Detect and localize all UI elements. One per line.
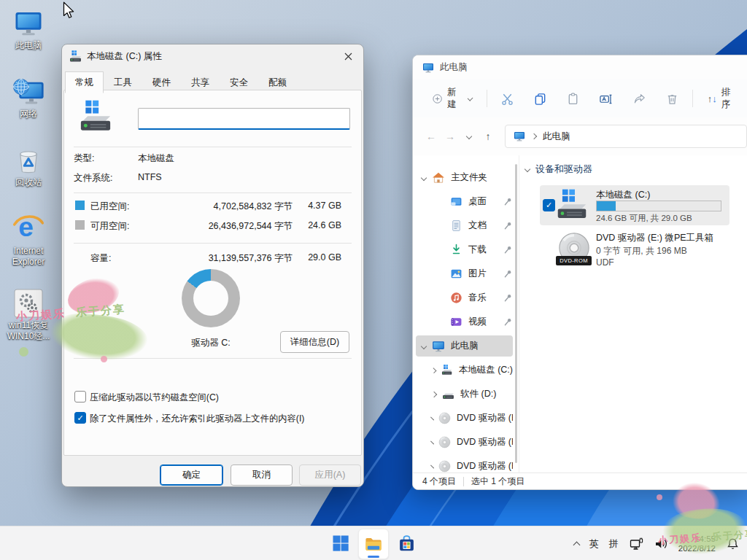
volume-label-input[interactable] [138,108,350,130]
chevron-down-icon[interactable] [421,343,427,349]
notification-bell-button[interactable] [726,537,740,551]
rename-button[interactable] [595,87,617,110]
desktop-icon-network[interactable]: 网络 [0,77,57,120]
tab-hardware[interactable]: 硬件 [142,73,181,93]
tab-security[interactable]: 安全 [220,73,258,93]
pictures-icon [450,268,462,280]
sidebar-item-documents[interactable]: 文档 [416,215,513,236]
disk-usage-donut-chart [182,269,240,327]
used-space-label: 已用空间: [90,201,129,213]
paste-button[interactable] [562,87,584,110]
sidebar-item-downloads[interactable]: 下载 [416,239,513,260]
index-checkbox[interactable]: ✓ [74,412,86,424]
desktop-icon-recycle-bin[interactable]: 回收站 [0,146,57,188]
dvd-icon [438,436,451,448]
gears-icon [14,289,43,318]
dialog-title: 本地磁盘 (C:) 属性 [87,50,162,63]
sidebar-item-music[interactable]: 音乐 [416,287,513,308]
dvd-e-item[interactable]: DVD-ROM DVD 驱动器 (E:) 微PE工具箱 0 字节 可用, 共 1… [540,231,744,272]
delete-button[interactable] [661,87,684,110]
sidebar-item-this-pc[interactable]: 此电脑 [416,335,513,357]
chevron-down-icon[interactable] [421,174,427,180]
recycle-bin-icon [14,146,43,175]
tab-tools[interactable]: 工具 [104,73,142,93]
this-pc-icon [14,9,43,38]
chevron-up-icon [573,541,580,548]
desktop-icon-this-pc[interactable]: 此电脑 [0,9,57,51]
item-checkbox[interactable]: ✓ [543,199,555,211]
tray-date: 2022/8/12 [678,544,716,553]
back-button[interactable]: ← [422,127,441,146]
drive-caption: 24.6 GB 可用, 共 29.0 GB [596,213,692,224]
ok-button[interactable]: 确定 [160,464,223,486]
explorer-window: 此电脑 新建 ↑↓ 排序 ← → ↑ [412,55,747,490]
taskbar-store-button[interactable] [392,529,421,558]
trash-icon [665,92,679,106]
compress-checkbox[interactable] [74,391,86,402]
toolbar-divider [487,90,487,107]
microsoft-store-icon [398,534,416,553]
sidebar-item-local-disk-c[interactable]: 本地磁盘 (C:) [416,359,513,381]
apply-button[interactable]: 应用(A) [299,464,361,486]
sidebar-item-dvd-f[interactable]: DVD 驱动器 (F [416,432,513,453]
sidebar-item-pictures[interactable]: 图片 [416,263,513,284]
group-header-devices[interactable]: 设备和驱动器 [525,163,592,176]
chevron-right-icon[interactable] [431,391,437,397]
this-pc-icon [514,131,525,142]
sidebar-item-home[interactable]: 主文件夹 [416,167,513,188]
taskbar-file-explorer-button[interactable] [358,529,389,559]
tab-quota[interactable]: 配额 [258,73,297,93]
sort-icon: ↑↓ [708,93,717,104]
ime-language-indicator[interactable]: 英 [589,537,599,551]
up-button[interactable]: ↑ [479,127,498,146]
chevron-right-icon[interactable] [430,416,434,420]
selection-count: 选中 1 个项目 [471,475,525,488]
drive-c-item[interactable]: ✓ 本地磁盘 (C:) 24.6 GB 可用, 共 29.0 GB [540,185,729,225]
copy-button[interactable] [529,87,551,110]
folder-icon [364,534,383,553]
clock[interactable]: 14:55 2022/8/12 [678,534,716,553]
explorer-titlebar[interactable]: 此电脑 [413,55,747,79]
sidebar-item-desktop[interactable]: 桌面 [416,191,513,212]
network-tray-button[interactable] [629,537,643,551]
tab-general[interactable]: 常规 [65,71,104,93]
chevron-down-icon [467,96,473,101]
forward-button[interactable]: → [441,127,460,146]
close-button[interactable] [338,47,357,65]
network-icon [629,537,643,551]
tab-sharing[interactable]: 共享 [181,73,220,93]
used-space-swatch [75,201,85,210]
sidebar-item-dvd-e[interactable]: DVD 驱动器 (E [416,408,513,429]
ime-mode-indicator[interactable]: 拼 [609,537,619,551]
new-button[interactable]: 新建 [426,81,478,116]
sidebar-item-drive-d[interactable]: 软件 (D:) [416,384,513,405]
chevron-down-icon [466,133,472,139]
cut-button[interactable] [496,87,519,110]
sort-button[interactable]: ↑↓ 排序 [702,81,743,116]
start-button[interactable] [326,529,355,558]
dialog-titlebar[interactable]: 本地磁盘 (C:) 属性 [62,44,363,68]
sidebar-scrollbar[interactable] [515,164,517,463]
address-bar[interactable]: 此电脑 [505,125,747,148]
desktop-icon-win11-restore[interactable]: win11恢复 WIN10经... [0,289,57,342]
drive-c-icon [556,189,588,221]
copy-icon [533,92,547,106]
cancel-button[interactable]: 取消 [231,464,293,486]
sidebar-item-videos[interactable]: 视频 [416,311,513,332]
share-button[interactable] [627,87,650,110]
network-icon [12,77,45,106]
chevron-right-icon[interactable] [430,440,434,444]
chevron-right-icon[interactable] [430,464,434,468]
details-button[interactable]: 详细信息(D) [280,331,349,353]
show-hidden-icons-button[interactable] [574,540,579,548]
internet-explorer-icon [12,211,44,244]
volume-tray-button[interactable] [654,537,668,551]
recent-locations-button[interactable] [460,127,479,146]
chevron-right-icon[interactable] [431,367,437,373]
explorer-toolbar: 新建 ↑↓ 排序 [413,79,747,118]
drive-c-icon [441,364,452,376]
index-checkbox-label: 除了文件属性外，还允许索引此驱动器上文件的内容(I) [90,413,304,425]
drive-c-icon [69,50,82,63]
desktop-icon-internet-explorer[interactable]: Internet Explorer [0,211,57,268]
explorer-navigation-row: ← → ↑ 此电脑 [413,117,747,155]
